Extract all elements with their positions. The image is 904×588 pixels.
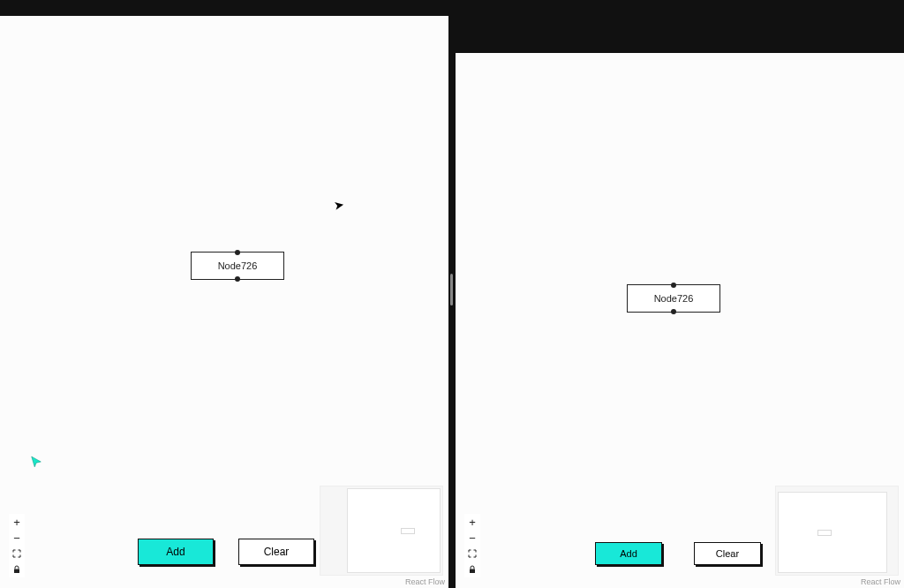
minimap[interactable] xyxy=(320,486,443,576)
left-topbar xyxy=(0,0,448,16)
clear-button[interactable]: Clear xyxy=(238,539,314,565)
right-canvas[interactable]: Node726 + − xyxy=(456,53,904,588)
minimap[interactable] xyxy=(775,486,899,576)
left-pane: Node726 ➤ + − xyxy=(0,0,448,588)
add-button[interactable]: Add xyxy=(595,542,662,565)
zoom-in-button[interactable]: + xyxy=(9,514,25,530)
action-buttons: Add Clear xyxy=(138,539,314,565)
remote-cursor-icon xyxy=(30,456,42,471)
node-handle-top[interactable] xyxy=(671,283,676,288)
split-handle[interactable] xyxy=(448,0,456,588)
attribution-label: React Flow xyxy=(861,577,900,586)
node-handle-bottom[interactable] xyxy=(671,309,676,314)
minimap-node xyxy=(401,528,415,534)
right-topbar xyxy=(456,0,904,53)
split-grip-icon xyxy=(450,274,453,305)
svg-rect-1 xyxy=(470,569,475,574)
action-buttons: Add Clear xyxy=(595,542,761,565)
node-label: Node726 xyxy=(218,260,258,271)
cursor-icon: ➤ xyxy=(333,197,346,213)
flow-node[interactable]: Node726 xyxy=(191,252,284,280)
lock-button[interactable] xyxy=(464,562,480,577)
right-pane: Node726 + − xyxy=(456,0,904,588)
attribution-label: React Flow xyxy=(405,577,445,586)
fit-view-button[interactable] xyxy=(464,546,480,562)
left-canvas[interactable]: Node726 ➤ + − xyxy=(0,16,448,588)
zoom-out-button[interactable]: − xyxy=(9,530,25,546)
canvas-controls: + − xyxy=(9,514,25,577)
canvas-controls: + − xyxy=(464,514,480,577)
lock-button[interactable] xyxy=(9,562,25,577)
clear-button[interactable]: Clear xyxy=(694,542,761,565)
flow-node[interactable]: Node726 xyxy=(627,284,720,313)
node-label: Node726 xyxy=(654,293,694,304)
minimap-viewport xyxy=(778,492,887,573)
minimap-viewport xyxy=(347,488,441,573)
zoom-out-button[interactable]: − xyxy=(464,530,480,546)
fit-view-button[interactable] xyxy=(9,546,25,562)
add-button[interactable]: Add xyxy=(138,539,214,565)
node-handle-top[interactable] xyxy=(235,250,240,255)
zoom-in-button[interactable]: + xyxy=(464,514,480,530)
minimap-node xyxy=(817,530,832,536)
svg-rect-0 xyxy=(14,569,19,574)
node-handle-bottom[interactable] xyxy=(235,276,240,282)
